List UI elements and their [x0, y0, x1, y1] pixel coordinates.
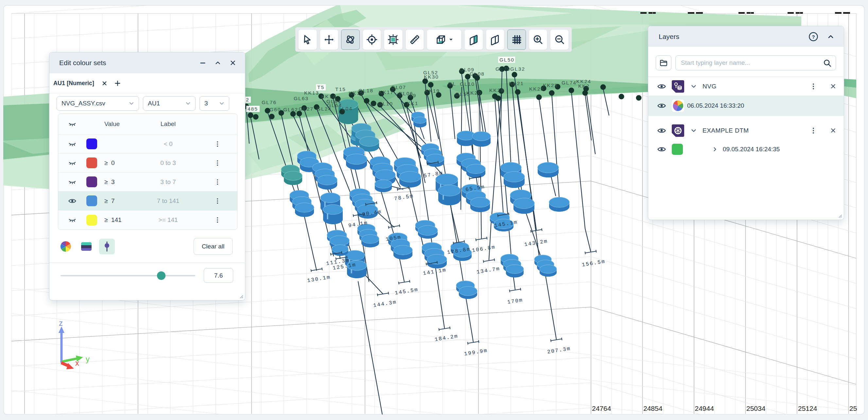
svg-text:GL08: GL08 [470, 71, 485, 77]
svg-text:?: ? [812, 34, 815, 39]
svg-text:KK21: KK21 [509, 81, 524, 86]
svg-text:59: 59 [409, 93, 416, 98]
svg-text:KK19: KK19 [425, 88, 440, 94]
svg-text:2: 2 [246, 97, 250, 103]
svg-text:24764: 24764 [592, 404, 611, 412]
svg-text:GL32: GL32 [510, 66, 525, 72]
svg-text:GL27: GL27 [299, 106, 314, 112]
svg-text:GL79: GL79 [495, 66, 510, 72]
svg-text:KK20: KK20 [466, 90, 482, 95]
svg-text:T5: T5 [317, 84, 324, 90]
svg-text:GL18: GL18 [359, 88, 373, 93]
svg-text:24944: 24944 [695, 404, 714, 412]
svg-text:24854: 24854 [643, 404, 662, 412]
svg-text:KK17: KK17 [379, 89, 394, 95]
svg-text:z: z [59, 319, 63, 327]
svg-text:KK23: KK23 [543, 83, 558, 88]
svg-text:y: y [86, 355, 90, 363]
svg-text:GL76: GL76 [261, 100, 277, 105]
svg-text:KK13: KK13 [304, 90, 319, 95]
svg-text:GL07: GL07 [391, 84, 406, 90]
svg-text:485: 485 [248, 106, 258, 112]
svg-text:KK2: KK2 [578, 83, 590, 89]
svg-text:GL64: GL64 [327, 103, 342, 108]
svg-text:25124: 25124 [798, 404, 817, 412]
svg-text:G60: G60 [270, 107, 281, 112]
svg-text:GL74: GL74 [562, 80, 577, 85]
svg-text:GL63: GL63 [294, 95, 309, 101]
svg-text:KK25: KK25 [529, 86, 544, 92]
svg-text:GL: GL [448, 81, 456, 86]
svg-text:25034: 25034 [746, 404, 766, 412]
svg-text:GL50: GL50 [499, 57, 515, 62]
svg-text:GL62: GL62 [283, 107, 298, 112]
svg-text:x: x [75, 359, 79, 367]
svg-text:T15: T15 [335, 86, 346, 92]
svg-text:GL10: GL10 [378, 101, 393, 106]
svg-text:KK28: KK28 [489, 87, 504, 93]
svg-text:KK1: KK1 [407, 101, 418, 106]
svg-text:GL10: GL10 [460, 81, 475, 87]
svg-text:L04: L04 [342, 106, 352, 111]
svg-text:25: 25 [849, 404, 857, 412]
svg-text:KK30: KK30 [424, 74, 439, 80]
